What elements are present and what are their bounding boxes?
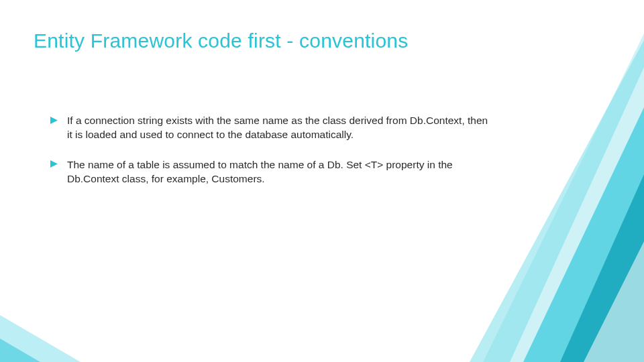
slide-title: Entity Framework code first - convention… xyxy=(34,29,408,52)
list-item: If a connection string exists with the s… xyxy=(50,114,492,142)
bullet-arrow-icon xyxy=(50,160,58,168)
svg-marker-4 xyxy=(470,40,644,362)
svg-marker-2 xyxy=(560,174,644,362)
bullet-text: If a connection string exists with the s… xyxy=(67,115,488,140)
svg-marker-5 xyxy=(0,339,40,362)
svg-marker-0 xyxy=(483,34,644,362)
svg-marker-7 xyxy=(50,117,58,124)
bullet-arrow-icon xyxy=(50,116,58,124)
svg-marker-8 xyxy=(50,160,58,168)
svg-marker-6 xyxy=(0,315,80,362)
slide: Entity Framework code first - convention… xyxy=(0,0,644,362)
bullet-text: The name of a table is assumed to match … xyxy=(67,159,453,184)
list-item: The name of a table is assumed to match … xyxy=(50,158,492,186)
svg-marker-1 xyxy=(523,107,644,362)
svg-marker-3 xyxy=(584,241,644,362)
slide-content: If a connection string exists with the s… xyxy=(50,114,492,202)
